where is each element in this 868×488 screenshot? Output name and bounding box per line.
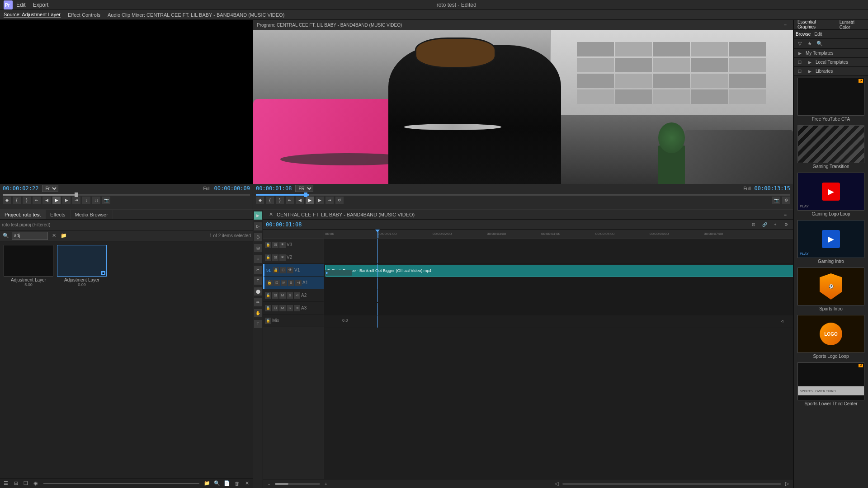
track-sync-v1[interactable]: ⊡ [280,267,286,273]
zoom-in-btn[interactable]: + [322,480,330,488]
track-row-a1[interactable] [324,277,793,290]
track-row-v1[interactable]: D-Block Europe - Bankroll Got Bigger (Of… [324,264,793,277]
edit-sub-tab[interactable]: Edit [814,32,822,37]
export-frame-btn[interactable]: 📷 [102,197,110,204]
mark-out-btn[interactable]: } [23,197,31,204]
template-thumb-sports-logo[interactable]: LOGO [797,315,864,353]
lumetri-color-tab[interactable]: Lumetri Color [838,19,866,31]
mark-in-btn[interactable]: { [13,197,21,204]
settings-prog-btn[interactable]: ⚙ [782,197,790,204]
track-lock-a1[interactable]: 🔒 [266,280,273,286]
scroll-right-btn[interactable]: ▷ [783,480,791,488]
clear-search-btn[interactable]: ✕ [50,232,58,240]
step-back-prog-btn[interactable]: ◀ [296,197,304,204]
timeline-close-btn[interactable]: ✕ [267,211,275,219]
essential-graphics-tab[interactable]: Essential Graphics [796,19,834,31]
step-back-btn[interactable]: ◀ [42,197,51,204]
zoom-out-btn[interactable]: - [265,480,273,488]
template-thumb-gaming[interactable] [797,125,864,163]
track-sync-v3[interactable]: ⊡ [272,242,278,248]
local-templates-checkbox[interactable]: ☐ [796,58,804,66]
timeline-settings-btn[interactable]: ≡ [781,211,789,219]
template-thumb-gaming-intro[interactable]: ▶ PLAY [797,220,864,258]
type-tool-btn[interactable]: T [254,320,262,328]
source-timeline-thumb[interactable] [75,192,78,197]
track-lock-v2[interactable]: 🔒 [265,254,271,261]
search-templates-btn[interactable]: 🔍 [816,40,824,48]
selection-tool-btn[interactable]: ▶ [254,211,262,220]
track-lock-a2[interactable]: 🔒 [265,292,271,299]
track-row-mix[interactable]: 0.0 ⊲ [324,315,793,328]
track-v-a2[interactable]: ⊲ [294,292,300,299]
track-eye-v2[interactable]: 👁 [279,254,286,261]
track-v-a3[interactable]: ⊲ [294,305,300,311]
track-v-a1[interactable]: ⊲ [295,280,302,286]
libraries-checkbox[interactable]: ☐ [796,67,804,75]
slip-tool-btn[interactable]: T [254,277,262,285]
search-icon[interactable]: 🔍 [2,232,10,240]
rolling-edit-tool-btn[interactable]: ⊞ [254,244,262,252]
automate-btn[interactable]: ◉ [32,479,40,488]
track-row-a2[interactable] [324,290,793,303]
add-marker-prog-btn[interactable]: ◆ [256,197,264,204]
browse-sub-tab[interactable]: Browse [796,32,811,37]
menu-item-edit[interactable]: Edit [16,2,26,8]
track-eye-v1[interactable]: 👁 [287,267,293,273]
filter-icon[interactable]: ▽ [796,40,804,48]
add-track-btn[interactable]: + [771,221,779,229]
track-row-v2[interactable] [324,251,793,264]
track-row-v3[interactable] [324,239,793,251]
audio-clip-mixer-tab[interactable]: Audio Clip Mixer: CENTRAL CEE FT. LIL BA… [108,12,284,18]
new-item-btn[interactable]: 📄 [223,479,231,488]
source-fps-select[interactable]: Fr [42,185,58,192]
source-timeline-scrubber[interactable] [3,194,250,196]
hand-tool-btn[interactable]: ✋ [254,309,262,317]
rate-stretch-btn[interactable]: ↔ [254,255,262,263]
my-templates-expand-btn[interactable]: ▶ [796,49,804,57]
track-m-a3[interactable]: M [279,305,286,311]
find-btn[interactable]: 🔍 [213,479,221,488]
mix-expand-icon[interactable]: ⊲ [780,319,784,324]
local-templates-expand[interactable]: ▶ [806,58,814,66]
project-tab-effects[interactable]: Effects [46,210,70,219]
template-thumb-sports-intro[interactable]: ⚽ [797,267,864,305]
track-row-a3[interactable] [324,303,793,315]
mark-out-prog-btn[interactable]: } [276,197,284,204]
step-fwd-btn[interactable]: ▶ [62,197,71,204]
track-lock-v1[interactable]: 🔒 [273,267,279,273]
mark-in-prog-btn[interactable]: { [266,197,274,204]
scroll-bar[interactable] [562,483,781,485]
track-eye-v3[interactable]: 👁 [279,242,286,248]
template-thumb-cta[interactable]: ↗ [797,78,864,116]
play-btn[interactable]: ▶ [52,197,61,204]
template-thumb-lower-third[interactable]: ↗ SPORTS LOWER THIRD [797,362,864,400]
track-m-a1[interactable]: M [281,280,287,286]
new-bin-btn[interactable]: 📁 [203,479,211,488]
effect-controls-tab[interactable]: Effect Controls [68,12,100,18]
track-lock-mix[interactable]: 🔒 [265,318,271,324]
insert-btn[interactable]: ↓ [82,197,90,204]
timeline-settings-btn-2[interactable]: ⚙ [782,221,790,229]
track-select-tool-btn[interactable]: ▷ [254,222,262,230]
play-prog-btn[interactable]: ▶ [306,197,314,204]
go-out-btn[interactable]: ⇥ [72,197,80,204]
track-lock-v3[interactable]: 🔒 [265,242,271,248]
project-search-input[interactable] [12,232,48,240]
loop-btn[interactable]: ↺ [335,197,344,204]
freeform-view-btn[interactable]: ❑ [22,479,30,488]
go-in-btn[interactable]: ⇤ [33,197,41,204]
source-adjustment-layer-tab[interactable]: Source: Adjustment Layer [4,12,61,18]
star-filter-btn[interactable]: ★ [806,40,814,48]
project-tab-media-browser[interactable]: Media Browser [71,210,113,219]
template-thumb-gaming-logo[interactable]: ▶ PLAY [797,173,864,211]
new-folder-btn[interactable]: 📁 [60,232,68,240]
program-timeline-scrubber[interactable] [256,194,790,196]
project-thumb-1[interactable] [4,245,53,277]
add-marker-btn[interactable]: ◆ [3,197,11,204]
track-sync-a3[interactable]: ⊡ [272,305,278,311]
video-clip[interactable]: D-Block Europe - Bankroll Got Bigger (Of… [325,265,793,277]
step-fwd-prog-btn[interactable]: ▶ [316,197,324,204]
libraries-expand[interactable]: ▶ [806,67,814,75]
overwrite-btn[interactable]: ↓↓ [92,197,100,204]
track-lock-a3[interactable]: 🔒 [265,305,271,311]
